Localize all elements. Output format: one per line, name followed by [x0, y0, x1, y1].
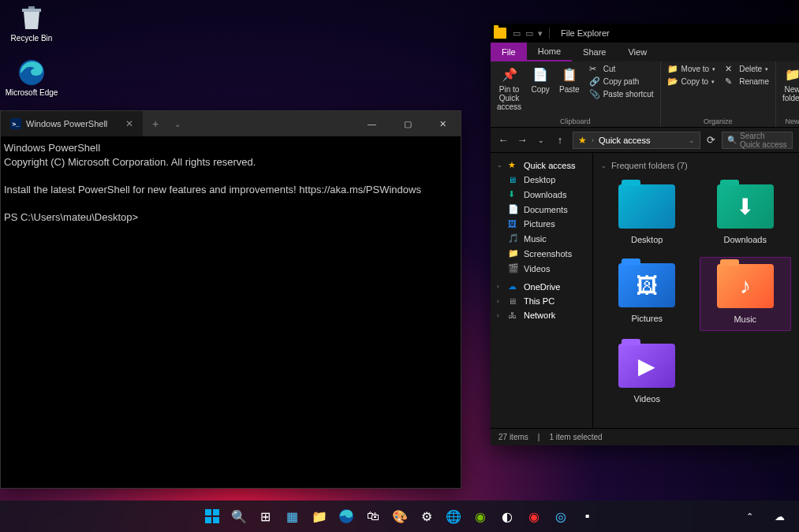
move-icon: 📁: [667, 64, 678, 74]
store-taskbar[interactable]: 🛍: [361, 504, 385, 528]
app-taskbar-2[interactable]: ⚙: [415, 504, 439, 528]
folder-desktop[interactable]: Desktop: [601, 178, 693, 251]
edge-taskbar[interactable]: [334, 504, 358, 528]
svg-rect-2: [213, 509, 219, 515]
address-bar[interactable]: ★ › Quick access ⌄: [573, 132, 700, 149]
sidebar-onedrive[interactable]: ›☁OneDrive: [491, 279, 592, 294]
address-dropdown[interactable]: ⌄: [689, 136, 695, 144]
folder-pictures[interactable]: 🖼 Pictures: [601, 257, 693, 331]
file-explorer-window: ▭ ▭ ▾ File Explorer File Home Share View…: [491, 24, 799, 445]
recycle-bin-icon: [17, 4, 46, 32]
qat-dropdown[interactable]: ▾: [538, 28, 543, 39]
delete-button[interactable]: ✕Delete▾: [722, 63, 772, 75]
explorer-titlebar[interactable]: ▭ ▭ ▾ File Explorer: [491, 24, 799, 43]
copy-icon: 📄: [531, 65, 550, 84]
path-icon: 🔗: [589, 76, 600, 87]
refresh-button[interactable]: ⟳: [707, 134, 715, 146]
tab-dropdown-button[interactable]: ⌄: [168, 111, 187, 136]
search-icon: 🔍: [727, 136, 737, 144]
star-icon: ★: [578, 135, 587, 146]
app-taskbar-1[interactable]: 🎨: [388, 504, 412, 528]
tab-home[interactable]: Home: [527, 43, 572, 61]
powershell-icon: >_: [10, 118, 21, 129]
folder-videos[interactable]: ▶ Videos: [601, 337, 693, 410]
qat-button[interactable]: ▭: [525, 28, 533, 39]
close-button[interactable]: ✕: [425, 111, 461, 136]
qat-button[interactable]: ▭: [513, 28, 521, 39]
copy-to-button[interactable]: 📂Copy to▾: [664, 76, 719, 87]
move-to-button[interactable]: 📁Move to▾: [664, 63, 719, 75]
app-taskbar-4[interactable]: ◉: [522, 504, 546, 528]
sidebar-downloads[interactable]: ⬇Downloads: [491, 187, 592, 202]
music-folder-icon: ♪: [717, 264, 774, 308]
desktop-icon-recycle-bin[interactable]: Recycle Bin: [4, 4, 59, 43]
powershell-tab[interactable]: >_ Windows PowerShell ✕: [1, 111, 143, 136]
sidebar-pictures[interactable]: 🖼Pictures: [491, 217, 592, 231]
app-taskbar-5[interactable]: ◎: [549, 504, 573, 528]
sidebar-this-pc[interactable]: ›🖥This PC: [491, 294, 592, 308]
terminal-taskbar[interactable]: ▪: [576, 504, 599, 528]
powershell-window: >_ Windows PowerShell ✕ + ⌄ — ▢ ✕ Window…: [0, 110, 461, 489]
rename-icon: ✎: [725, 76, 736, 87]
sidebar-screenshots[interactable]: 📁Screenshots: [491, 246, 592, 261]
task-view-button[interactable]: ⊞: [254, 504, 278, 528]
nav-bar: ← → ⌄ ↑ ★ › Quick access ⌄ ⟳ 🔍 Search Qu…: [491, 128, 799, 153]
close-tab-icon[interactable]: ✕: [125, 118, 133, 129]
search-box[interactable]: 🔍 Search Quick access: [722, 132, 793, 149]
sidebar-network[interactable]: ›🖧Network: [491, 308, 592, 322]
sidebar-quick-access[interactable]: ⌄★Quick access: [491, 158, 592, 173]
copy-button[interactable]: 📄Copy: [528, 63, 553, 116]
address-text: Quick access: [599, 136, 650, 145]
forward-button[interactable]: →: [516, 134, 528, 146]
tab-share[interactable]: Share: [572, 43, 617, 61]
maximize-button[interactable]: ▢: [390, 111, 425, 136]
sidebar-documents[interactable]: 📄Documents: [491, 202, 592, 217]
desktop-folder-icon: [618, 184, 675, 229]
pictures-folder-icon: 🖼: [618, 263, 675, 307]
paste-shortcut-button[interactable]: 📎Paste shortcut: [586, 88, 657, 100]
recent-dropdown[interactable]: ⌄: [535, 136, 547, 144]
section-header[interactable]: ⌄Frequent folders (7): [601, 161, 791, 170]
minimize-button[interactable]: —: [354, 111, 390, 136]
sidebar-videos[interactable]: 🎬Videos: [491, 261, 592, 276]
search-button[interactable]: 🔍: [227, 504, 251, 528]
terminal-output[interactable]: Windows PowerShell Copyright (C) Microso…: [1, 136, 461, 229]
pin-icon: 📌: [500, 65, 519, 84]
rename-button[interactable]: ✎Rename: [722, 76, 772, 87]
taskbar: 🔍 ⊞ ▦ 📁 🛍 🎨 ⚙ 🌐 ◉ ◐ ◉ ◎ ▪ ⌃ ☁: [0, 500, 799, 532]
paste-button[interactable]: 📋Paste: [556, 63, 583, 116]
folder-downloads[interactable]: ⬇ Downloads: [700, 178, 792, 251]
file-explorer-taskbar[interactable]: 📁: [308, 504, 331, 528]
nvidia-taskbar[interactable]: ◉: [469, 504, 492, 528]
back-button[interactable]: ←: [497, 134, 510, 146]
cut-icon: ✂: [589, 64, 600, 74]
main-pane[interactable]: ⌄Frequent folders (7) Desktop ⬇ Download…: [593, 153, 799, 428]
group-label: Organize: [664, 116, 772, 125]
folder-music[interactable]: ♪ Music: [700, 257, 792, 331]
svg-rect-1: [205, 509, 211, 515]
sidebar-music[interactable]: 🎵Music: [491, 231, 592, 246]
downloads-folder-icon: ⬇: [717, 184, 774, 229]
tray-chevron[interactable]: ⌃: [737, 504, 761, 528]
tab-view[interactable]: View: [617, 43, 658, 61]
svg-rect-3: [205, 517, 211, 523]
steam-taskbar[interactable]: ◐: [495, 504, 519, 528]
pin-to-quick-access-button[interactable]: 📌Pin to Quick access: [494, 63, 525, 116]
copy-path-button[interactable]: 🔗Copy path: [586, 76, 657, 87]
new-folder-button[interactable]: 📁New folder: [779, 63, 799, 116]
status-bar: 27 items | 1 item selected: [491, 428, 799, 445]
shortcut-icon: 📎: [589, 89, 600, 99]
desktop-icon-edge[interactable]: Microsoft Edge: [4, 58, 59, 97]
app-taskbar-3[interactable]: 🌐: [442, 504, 465, 528]
sidebar-desktop[interactable]: 🖥Desktop: [491, 173, 592, 187]
tray-onedrive[interactable]: ☁: [767, 504, 791, 528]
widgets-button[interactable]: ▦: [281, 504, 304, 528]
window-title: File Explorer: [561, 28, 610, 38]
up-button[interactable]: ↑: [554, 134, 566, 146]
tab-file[interactable]: File: [491, 43, 527, 61]
cut-button[interactable]: ✂Cut: [586, 63, 657, 75]
search-placeholder: Search Quick access: [740, 132, 787, 149]
start-button[interactable]: [200, 504, 224, 528]
new-tab-button[interactable]: +: [143, 111, 168, 136]
desktop-icon-label: Recycle Bin: [11, 34, 53, 43]
